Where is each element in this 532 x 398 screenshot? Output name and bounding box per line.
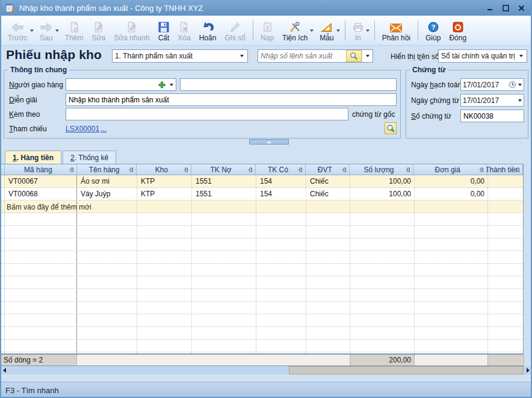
tab-thong-ke[interactable]: 2. Thống kê	[63, 151, 116, 164]
grid-cell-so-luong[interactable]: 100,00	[350, 188, 415, 200]
nguoi-giao-hang-combo[interactable]	[66, 78, 176, 91]
toolbar-button-cat[interactable]: Cất	[154, 17, 174, 44]
dropdown-caret-icon[interactable]	[336, 17, 342, 44]
grid-cell-tk-no[interactable]: 1551	[192, 175, 256, 187]
collapse-splitter-handle[interactable]	[249, 139, 289, 145]
grid-cell-kho[interactable]: KTP	[137, 175, 192, 187]
grid-cell-ten-hang[interactable]: Áo sơ mi	[77, 175, 137, 187]
svg-text:?: ?	[431, 23, 435, 31]
search-dropdown-button[interactable]	[362, 50, 373, 62]
grid-cell-ma-hang[interactable]: VT00068	[5, 188, 77, 200]
grid-cell-thanh-tien[interactable]	[488, 188, 524, 200]
column-header-thanh-tien[interactable]: Thành tiền	[487, 164, 523, 175]
toolbar-button-xoa[interactable]: Xóa	[173, 17, 194, 44]
grid-cell-kho[interactable]: KTP	[137, 188, 192, 200]
column-header-don-gia[interactable]: Đơn giá	[413, 164, 487, 175]
scroll-left-arrow[interactable]	[0, 366, 8, 375]
toolbar-button-nap[interactable]: 2Nạp	[256, 17, 278, 44]
grid-cell-dvt[interactable]: Chiếc	[306, 175, 350, 187]
grid-cell-don-gia	[415, 238, 488, 250]
toolbar-button-dong[interactable]: Đóng	[445, 17, 471, 44]
toolbar-button-sau[interactable]: Sau	[36, 17, 57, 44]
toolbar-button-sua[interactable]: Sửa	[87, 17, 110, 44]
toolbar-separator	[253, 20, 253, 40]
so-chung-tu-input[interactable]	[460, 110, 524, 122]
toolbar-button-in[interactable]: In	[348, 17, 368, 44]
triangle-right-icon	[527, 368, 530, 373]
toolbar-button-phan-hoi[interactable]: Phản hồi	[378, 17, 415, 44]
search-input[interactable]	[258, 52, 346, 60]
scroll-right-arrow[interactable]	[524, 366, 532, 375]
grid-cell-don-gia	[415, 327, 488, 339]
toolbar-button-giup[interactable]: ?Giúp	[421, 17, 445, 44]
column-header-label: Mã hàng	[24, 166, 57, 174]
add-supplier-icon[interactable]	[158, 81, 165, 89]
add-new-row-label[interactable]: Bấm vào đây để thêm mới	[7, 201, 91, 213]
display-book-select[interactable]: Sổ tài chính và quản trị	[438, 49, 527, 63]
maximize-button[interactable]	[500, 2, 512, 13]
table-row[interactable]: VT00067Áo sơ miKTP1551154Chiếc100,000,00	[1, 175, 523, 188]
column-header-so-luong[interactable]: Số lượng	[350, 164, 414, 175]
grid-cell-tk-no[interactable]: 1551	[192, 188, 256, 200]
toolbar-button-truoc[interactable]: Trước	[4, 17, 32, 44]
dropdown-caret-icon[interactable]	[366, 17, 371, 44]
column-header-dvt[interactable]: ĐVT	[306, 164, 350, 175]
toolbar-button-them[interactable]: Thêm	[61, 17, 88, 44]
tham-chieu-more-link[interactable]: ...	[101, 125, 107, 133]
column-header-ten-hang[interactable]: Tên hàng	[77, 164, 137, 175]
voucher-type-select[interactable]: 1. Thành phẩm sản xuất	[112, 49, 248, 63]
search-icon-button[interactable]	[346, 50, 362, 62]
grid-cell-don-gia[interactable]: 0,00	[415, 188, 488, 200]
empty-row	[1, 276, 523, 289]
horizontal-scrollbar[interactable]	[0, 366, 532, 375]
scrollbar-thumb[interactable]	[289, 366, 524, 375]
grid-cell-ma-hang	[5, 302, 77, 314]
grid-cell-tk-no	[192, 226, 256, 238]
grid-cell-so-luong[interactable]: 100,00	[350, 175, 415, 187]
ngay-hach-toan-field[interactable]: 17/01/2017	[460, 78, 524, 91]
column-header-kho[interactable]: Kho	[137, 164, 191, 175]
column-header-tk-no[interactable]: TK Nợ	[191, 164, 256, 175]
chevron-down-icon	[519, 55, 523, 57]
nguoi-giao-hang-name-input[interactable]	[180, 78, 397, 91]
column-header-tk-co[interactable]: TK Có	[256, 164, 306, 175]
grid-cell-don-gia[interactable]: 0,00	[415, 175, 488, 187]
toolbar-button-sua-nhanh[interactable]: Sửa nhanh	[110, 17, 153, 44]
clock-icon[interactable]	[509, 81, 516, 89]
dien-giai-label: Diễn giải	[9, 96, 37, 104]
close-button[interactable]	[515, 2, 527, 13]
grid-cell-dvt	[306, 213, 350, 225]
add-new-row[interactable]: Bấm vào đây để thêm mới	[1, 201, 523, 213]
toolbar-button-mau[interactable]: Mẫu	[315, 17, 338, 44]
dropdown-caret-icon[interactable]	[310, 17, 315, 44]
grid-cell-ten-hang[interactable]: Váy Juýp	[77, 188, 137, 200]
grid-cell-tk-co[interactable]: 154	[256, 175, 306, 187]
toolbar-button-tien-ich[interactable]: Tiện ích	[278, 17, 312, 44]
minimize-button[interactable]	[484, 2, 496, 13]
toolbar-separator	[345, 20, 345, 40]
grid-cell-ma-hang	[5, 340, 77, 352]
grid-cell-thanh-tien[interactable]	[488, 175, 524, 187]
svg-text:2: 2	[265, 24, 268, 31]
kem-theo-input[interactable]	[66, 108, 348, 120]
grid-cell-kho	[137, 264, 192, 276]
toolbar-button-label: Sau	[40, 34, 52, 42]
tab-hang-tien[interactable]: 1. Hàng tiền	[5, 151, 61, 164]
tham-chieu-link[interactable]: LSX00001	[66, 125, 99, 133]
column-header-ma-hang[interactable]: Mã hàng	[5, 164, 77, 175]
table-row[interactable]: VT00068Váy JuýpKTP1551154Chiếc100,000,00	[1, 188, 523, 201]
chevron-down-icon	[240, 55, 244, 57]
grid-cell-tk-co	[256, 340, 306, 352]
grid-cell-dvt[interactable]: Chiếc	[306, 188, 350, 200]
toolbar-button-ghi-so[interactable]: Ghi sổ	[220, 17, 250, 44]
grid-cell-ma-hang[interactable]: VT00067	[5, 175, 77, 187]
tham-chieu-lookup-button[interactable]	[385, 122, 397, 134]
ngay-chung-tu-field[interactable]: 17/01/2017	[460, 94, 524, 107]
grid-cell-tk-no	[192, 340, 256, 352]
dropdown-caret-icon[interactable]	[30, 17, 36, 44]
dropdown-caret-icon[interactable]	[55, 17, 61, 44]
row-indicator	[1, 188, 5, 200]
dien-giai-input[interactable]	[66, 93, 397, 106]
toolbar-button-hoan[interactable]: Hoãn	[195, 17, 221, 44]
grid-cell-tk-co[interactable]: 154	[256, 188, 306, 200]
